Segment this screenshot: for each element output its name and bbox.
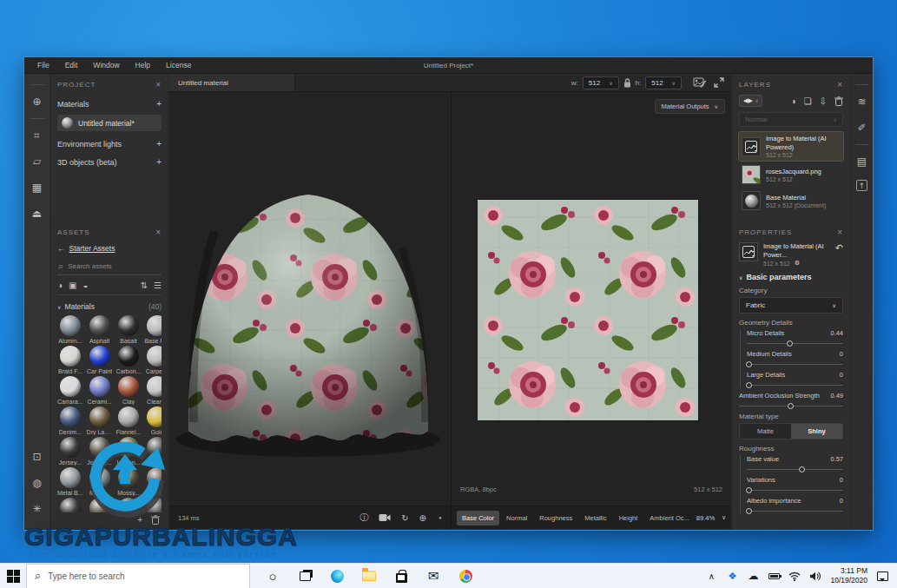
environment-lights-row[interactable]: Environment lights + (57, 135, 162, 153)
crop-icon[interactable]: ⌗ (30, 128, 45, 143)
materials-section-row[interactable]: Materials + (57, 95, 162, 113)
medium-details-slider[interactable]: Medium Details0 (747, 350, 843, 367)
asset-item[interactable] (57, 498, 83, 512)
base-value-slider[interactable]: Base value0.57 (747, 455, 843, 472)
asset-item[interactable]: Alumin... (57, 315, 83, 344)
material-outputs-dropdown[interactable]: Material Outputs ∨ (655, 99, 725, 114)
channel-height[interactable]: Height (614, 511, 643, 525)
expand-view-icon[interactable] (714, 77, 724, 88)
dropbox-icon[interactable]: ❖ (726, 571, 738, 582)
slider-knob[interactable] (746, 361, 752, 367)
info-icon[interactable]: ⓘ (359, 512, 368, 524)
asset-search-input[interactable]: ⌕ Search assets (57, 258, 162, 275)
asset-item[interactable]: Denim... (57, 406, 83, 435)
list-view-icon[interactable]: ☰ (154, 281, 162, 290)
adjustment-icon[interactable]: ◑ (791, 96, 796, 106)
orbit-icon[interactable]: ↻ (401, 513, 408, 523)
slider-knob[interactable] (787, 340, 793, 347)
add-icon[interactable]: + (156, 139, 162, 149)
add-icon[interactable]: + (156, 157, 162, 167)
close-icon[interactable]: × (837, 80, 843, 89)
slider-knob[interactable] (746, 487, 752, 493)
tray-expand-icon[interactable]: ∧ (705, 571, 717, 581)
asset-item[interactable]: Cerami... (87, 376, 113, 405)
filters-icon[interactable]: ≋ (854, 94, 870, 109)
channel-roughness[interactable]: Roughness (534, 511, 577, 525)
materials-group-header[interactable]: ∨ Materials (40) (57, 302, 162, 311)
asset-item[interactable]: Clay (116, 376, 142, 405)
tiling-icon[interactable]: ▦ (30, 180, 45, 195)
asset-item[interactable]: Carpet... (144, 346, 162, 374)
asset-item[interactable]: Asphalt (87, 315, 113, 344)
chevron-down-icon[interactable]: ∨ (722, 514, 726, 521)
matte-option[interactable]: Matte (740, 424, 791, 439)
onedrive-icon[interactable]: ☁ (747, 570, 759, 582)
large-details-slider[interactable]: Large Details0 (747, 371, 843, 388)
channel-ambient-occlusion[interactable]: Ambient Oc... (644, 511, 694, 525)
material-list-item[interactable]: Untitled material* (57, 115, 162, 131)
file-explorer-icon[interactable] (362, 569, 376, 583)
mail-icon[interactable]: ✉ (426, 569, 440, 583)
albedo-importance-slider[interactable]: Albedo importance0 (747, 497, 843, 514)
variations-slider[interactable]: Variations0 (747, 476, 843, 493)
web-resources-icon[interactable]: ◍ (30, 475, 45, 491)
zoom-level[interactable]: 89.4% (696, 514, 715, 522)
close-icon[interactable]: × (155, 80, 162, 89)
shading-mode-icon[interactable]: ◔ (437, 513, 442, 523)
filter-other-icon[interactable]: ◒ (83, 281, 89, 290)
asset-item[interactable]: Carbon... (116, 346, 142, 374)
chrome-icon[interactable] (458, 569, 472, 583)
add-material-icon[interactable]: ⊕ (30, 94, 45, 109)
micro-details-slider[interactable]: Micro Details0.44 (747, 329, 843, 347)
close-icon[interactable]: × (837, 228, 843, 237)
display-settings-icon[interactable]: ⊡ (30, 449, 45, 465)
preferences-icon[interactable]: ✳ (30, 501, 45, 517)
environment-icon[interactable]: ⊕ (419, 513, 426, 523)
delete-layer-icon[interactable] (834, 96, 843, 106)
asset-item[interactable]: Basalt (116, 315, 142, 344)
asset-item[interactable]: Clean... (144, 376, 162, 405)
import-layer-icon[interactable]: ⇩ (820, 96, 827, 106)
layer-row-rosesjacquard[interactable]: rosesJacquard.png 512 x 512 (739, 162, 843, 187)
asset-item[interactable]: Base M... (144, 315, 162, 344)
document-icon[interactable]: ▤ (854, 154, 870, 169)
start-button[interactable] (0, 564, 26, 588)
slider-knob[interactable] (746, 508, 752, 514)
3d-viewport[interactable]: 134 ms ⓘ ↻ ⊕ ◔ (169, 92, 452, 529)
slider-knob[interactable] (746, 382, 752, 388)
starter-assets-back[interactable]: ← Starter Assets (57, 244, 162, 253)
channel-normal[interactable]: Normal (501, 511, 532, 525)
action-center-icon[interactable] (876, 571, 888, 581)
filter-material-icon[interactable]: ◑ (57, 281, 63, 290)
material-tab[interactable]: Untitled material (169, 74, 295, 91)
width-select[interactable]: 512 ∨ (583, 76, 619, 89)
slider-knob[interactable] (788, 403, 794, 409)
asset-item[interactable]: Car Paint (87, 346, 113, 374)
taskbar-clock[interactable]: 3:11 PM 10/19/2020 (830, 566, 867, 585)
layer-row-base-material[interactable]: Base Material 512 x 512 (Document) (739, 188, 843, 213)
taskbar-search-input[interactable]: ⌕ Type here to search (26, 564, 250, 588)
layer-row-image-to-material[interactable]: Image to Material (AI Powered) 512 x 512 (739, 132, 843, 161)
warp-icon[interactable]: ▱ (30, 154, 45, 169)
task-view-icon[interactable] (298, 569, 312, 583)
channel-base-color[interactable]: Base Color (457, 511, 499, 525)
asset-item[interactable]: Metal B... (57, 467, 83, 496)
menu-help[interactable]: Help (128, 61, 158, 69)
menu-license[interactable]: License (158, 61, 199, 69)
wifi-icon[interactable] (788, 571, 801, 581)
texture-preview-icon[interactable] (693, 77, 706, 89)
split-view-button[interactable]: ◀▶ ∨ (739, 95, 762, 107)
menu-file[interactable]: File (30, 61, 57, 69)
battery-icon[interactable] (768, 573, 780, 579)
category-dropdown[interactable]: Fabric ∨ (739, 297, 843, 314)
height-select[interactable]: 512 ∨ (645, 76, 682, 89)
asset-item[interactable]: Braid F... (57, 346, 83, 374)
channel-metallic[interactable]: Metallic (579, 511, 611, 525)
close-icon[interactable]: × (155, 228, 162, 237)
filter-image-icon[interactable]: ▣ (69, 281, 76, 290)
gear-icon[interactable]: ⚙ (795, 260, 800, 267)
clone-stamp-icon[interactable]: ⏏ (30, 206, 45, 221)
sort-icon[interactable]: ⇅ (141, 281, 148, 290)
cortana-icon[interactable]: ○ (266, 569, 280, 583)
asset-item[interactable]: Jersey... (57, 437, 83, 466)
